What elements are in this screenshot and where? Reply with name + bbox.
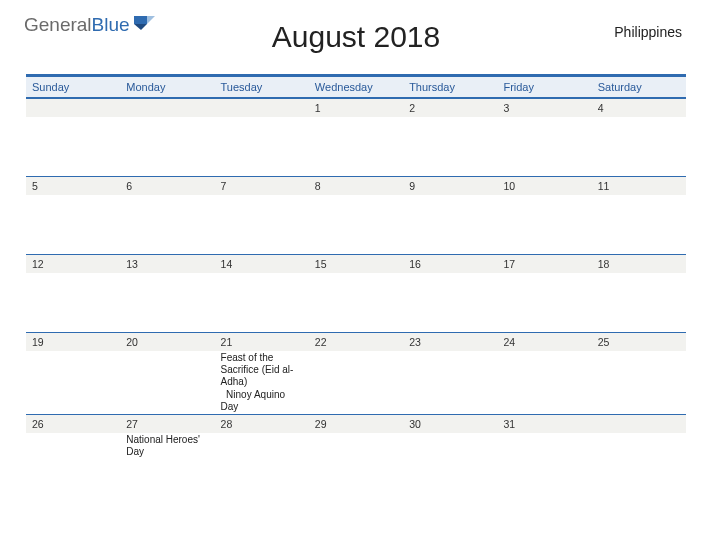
calendar-day-cell: 26: [26, 414, 120, 492]
date-number: 26: [26, 415, 120, 433]
date-number: [592, 415, 686, 433]
calendar-week-row: 567891011: [26, 176, 686, 254]
calendar-day-cell: 4: [592, 98, 686, 176]
event-entry: National Heroes' Day: [126, 434, 210, 458]
calendar-day-cell: 27National Heroes' Day: [120, 414, 214, 492]
calendar-day-cell: 23: [403, 332, 497, 414]
day-header-row: Sunday Monday Tuesday Wednesday Thursday…: [26, 76, 686, 99]
calendar-day-cell: 24: [497, 332, 591, 414]
brand-logo: GeneralBlue: [24, 14, 155, 36]
calendar-day-cell: 9: [403, 176, 497, 254]
date-number: 4: [592, 99, 686, 117]
calendar-day-cell: 16: [403, 254, 497, 332]
date-number: 7: [215, 177, 309, 195]
calendar-day-cell: 20: [120, 332, 214, 414]
date-number: 18: [592, 255, 686, 273]
calendar-day-cell: [592, 414, 686, 492]
date-number: 2: [403, 99, 497, 117]
day-header: Monday: [120, 76, 214, 99]
date-number: 12: [26, 255, 120, 273]
day-header: Sunday: [26, 76, 120, 99]
event-entry: Ninoy Aquino Day: [221, 389, 305, 413]
date-number: 15: [309, 255, 403, 273]
date-number: 31: [497, 415, 591, 433]
calendar-day-cell: 12: [26, 254, 120, 332]
date-number: 20: [120, 333, 214, 351]
calendar-day-cell: 29: [309, 414, 403, 492]
date-number: 22: [309, 333, 403, 351]
date-number: 21: [215, 333, 309, 351]
calendar-week-row: 2627National Heroes' Day28293031: [26, 414, 686, 492]
brand-word-2: Blue: [92, 14, 130, 35]
header: GeneralBlue August 2018 Philippines: [0, 0, 712, 70]
calendar-day-cell: 6: [120, 176, 214, 254]
calendar-grid: Sunday Monday Tuesday Wednesday Thursday…: [26, 74, 686, 492]
day-header: Wednesday: [309, 76, 403, 99]
calendar-week-row: 1234: [26, 98, 686, 176]
day-events: Feast of the Sacrifice (Eid al-Adha) Nin…: [215, 351, 309, 414]
date-number: 8: [309, 177, 403, 195]
date-number: 6: [120, 177, 214, 195]
calendar-day-cell: 21Feast of the Sacrifice (Eid al-Adha) N…: [215, 332, 309, 414]
date-number: 24: [497, 333, 591, 351]
day-events: National Heroes' Day: [120, 433, 214, 459]
date-number: 23: [403, 333, 497, 351]
day-header: Friday: [497, 76, 591, 99]
day-header: Thursday: [403, 76, 497, 99]
date-number: 16: [403, 255, 497, 273]
day-header: Tuesday: [215, 76, 309, 99]
calendar-day-cell: 15: [309, 254, 403, 332]
date-number: 29: [309, 415, 403, 433]
date-number: 13: [120, 255, 214, 273]
date-number: 25: [592, 333, 686, 351]
calendar-day-cell: 3: [497, 98, 591, 176]
calendar-day-cell: 2: [403, 98, 497, 176]
calendar-week-row: 192021Feast of the Sacrifice (Eid al-Adh…: [26, 332, 686, 414]
calendar-day-cell: 25: [592, 332, 686, 414]
calendar-day-cell: 19: [26, 332, 120, 414]
brand-word-1: General: [24, 14, 92, 35]
date-number: 14: [215, 255, 309, 273]
calendar-day-cell: 8: [309, 176, 403, 254]
calendar-day-cell: 14: [215, 254, 309, 332]
calendar-day-cell: 11: [592, 176, 686, 254]
date-number: 10: [497, 177, 591, 195]
calendar-day-cell: [215, 98, 309, 176]
date-number: 9: [403, 177, 497, 195]
calendar-day-cell: 31: [497, 414, 591, 492]
calendar-day-cell: [120, 98, 214, 176]
brand-flag-icon: [133, 14, 155, 36]
calendar-day-cell: 7: [215, 176, 309, 254]
calendar-day-cell: 13: [120, 254, 214, 332]
date-number: 28: [215, 415, 309, 433]
date-number: 3: [497, 99, 591, 117]
date-number: 30: [403, 415, 497, 433]
calendar-day-cell: 30: [403, 414, 497, 492]
event-entry: Feast of the Sacrifice (Eid al-Adha): [221, 352, 305, 388]
calendar-day-cell: 28: [215, 414, 309, 492]
calendar-day-cell: 1: [309, 98, 403, 176]
date-number: [215, 99, 309, 117]
calendar-day-cell: 17: [497, 254, 591, 332]
date-number: 11: [592, 177, 686, 195]
calendar-week-row: 12131415161718: [26, 254, 686, 332]
date-number: 27: [120, 415, 214, 433]
date-number: 5: [26, 177, 120, 195]
country-label: Philippines: [614, 24, 682, 40]
date-number: 19: [26, 333, 120, 351]
calendar-day-cell: 18: [592, 254, 686, 332]
date-number: [120, 99, 214, 117]
date-number: 17: [497, 255, 591, 273]
calendar-day-cell: 5: [26, 176, 120, 254]
calendar-day-cell: [26, 98, 120, 176]
calendar-day-cell: 22: [309, 332, 403, 414]
day-header: Saturday: [592, 76, 686, 99]
calendar-day-cell: 10: [497, 176, 591, 254]
date-number: 1: [309, 99, 403, 117]
date-number: [26, 99, 120, 117]
